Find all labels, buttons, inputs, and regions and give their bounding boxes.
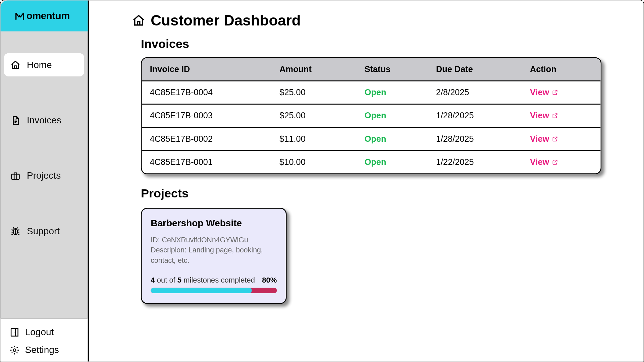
col-status: Status (365, 64, 436, 74)
brand-bar: omentum (0, 0, 88, 32)
external-link-icon (552, 136, 558, 142)
cell-invoice-id: 4C85E17B-0001 (150, 157, 280, 167)
document-icon (10, 115, 21, 125)
project-card[interactable]: Barbershop Website ID: CeNXRuvifdONn4GYW… (141, 208, 287, 304)
page-title-text: Customer Dashboard (151, 12, 301, 29)
view-invoice-link[interactable]: View (530, 134, 558, 144)
sidebar-bottom: Logout Settings (0, 318, 88, 361)
external-link-icon (552, 113, 558, 119)
door-icon (9, 327, 20, 337)
project-id: CeNXRuvifdONn4GYWlGu (162, 236, 248, 244)
sidebar-item-projects[interactable]: Projects (4, 164, 84, 187)
table-row: 4C85E17B-0001$10.00Open1/22/2025View (142, 150, 601, 173)
cell-status: Open (365, 111, 436, 121)
svg-rect-0 (11, 174, 19, 179)
table-row: 4C85E17B-0003$25.00Open1/28/2025View (142, 104, 601, 127)
invoices-table: Invoice ID Amount Status Due Date Action… (141, 57, 601, 174)
sidebar-item-label: Projects (27, 170, 61, 181)
page-title: Customer Dashboard (132, 12, 616, 29)
sidebar-item-label: Invoices (27, 115, 61, 126)
milestones-total: 5 (177, 276, 181, 284)
sidebar-item-support[interactable]: Support (4, 220, 84, 243)
cell-invoice-id: 4C85E17B-0004 (150, 87, 280, 97)
col-due-date: Due Date (436, 64, 530, 74)
col-action: Action (530, 64, 593, 74)
briefcase-icon (10, 171, 21, 181)
table-row: 4C85E17B-0004$25.00Open2/8/2025View (142, 81, 601, 104)
cell-status: Open (365, 87, 436, 97)
progress-fill (151, 288, 252, 293)
cell-status: Open (365, 157, 436, 167)
project-id-label: ID: (151, 236, 162, 244)
cell-invoice-id: 4C85E17B-0002 (150, 134, 280, 144)
cell-amount: $11.00 (279, 134, 364, 144)
cell-due-date: 2/8/2025 (436, 87, 530, 97)
sidebar-item-label: Home (27, 59, 52, 70)
project-name: Barbershop Website (151, 218, 277, 228)
milestones-done: 4 (151, 276, 155, 284)
svg-point-3 (13, 349, 16, 351)
invoices-section-title: Invoices (141, 37, 617, 51)
cell-due-date: 1/28/2025 (436, 134, 530, 144)
col-invoice-id: Invoice ID (150, 64, 280, 74)
cell-due-date: 1/28/2025 (436, 111, 530, 121)
col-amount: Amount (279, 64, 364, 74)
table-row: 4C85E17B-0002$11.00Open1/28/2025View (142, 127, 601, 150)
cell-status: Open (365, 134, 436, 144)
bug-icon (10, 226, 21, 236)
external-link-icon (552, 89, 558, 96)
sidebar: omentum Home Invoices Projects Support (0, 0, 89, 361)
view-invoice-link[interactable]: View (530, 87, 558, 97)
sidebar-item-label: Support (27, 226, 60, 236)
cell-due-date: 1/22/2025 (436, 157, 530, 167)
projects-section-title: Projects (141, 187, 617, 200)
project-meta: ID: CeNXRuvifdONn4GYWlGu Descripion: Lan… (151, 235, 277, 266)
main-content: Customer Dashboard Invoices Invoice ID A… (89, 0, 643, 361)
external-link-icon (552, 159, 558, 166)
view-invoice-link[interactable]: View (530, 111, 558, 121)
gear-icon (9, 345, 20, 355)
progress-bar (151, 288, 277, 293)
cell-amount: $10.00 (279, 157, 364, 167)
sidebar-nav: Home Invoices Projects Support (0, 32, 88, 243)
view-invoice-link[interactable]: View (530, 157, 558, 167)
settings-label: Settings (25, 345, 59, 355)
svg-rect-2 (11, 328, 15, 336)
home-icon (132, 14, 145, 27)
home-icon (10, 60, 21, 70)
cell-invoice-id: 4C85E17B-0003 (150, 111, 280, 121)
logout-label: Logout (25, 327, 54, 338)
brand-mark-icon (15, 11, 24, 21)
cell-amount: $25.00 (279, 111, 364, 121)
project-desc-label: Descripion: (151, 246, 189, 254)
sidebar-item-home[interactable]: Home (4, 53, 84, 76)
milestones-row: 4 out of 5 milestones completed 80% (151, 276, 277, 284)
sidebar-item-invoices[interactable]: Invoices (4, 109, 84, 132)
brand-name: omentum (26, 10, 70, 22)
brand-logo: omentum (15, 10, 70, 22)
cell-amount: $25.00 (279, 87, 364, 97)
milestones-percent: 80% (262, 276, 277, 284)
logout-button[interactable]: Logout (8, 323, 79, 341)
settings-button[interactable]: Settings (8, 341, 79, 359)
invoices-header-row: Invoice ID Amount Status Due Date Action (142, 58, 601, 81)
